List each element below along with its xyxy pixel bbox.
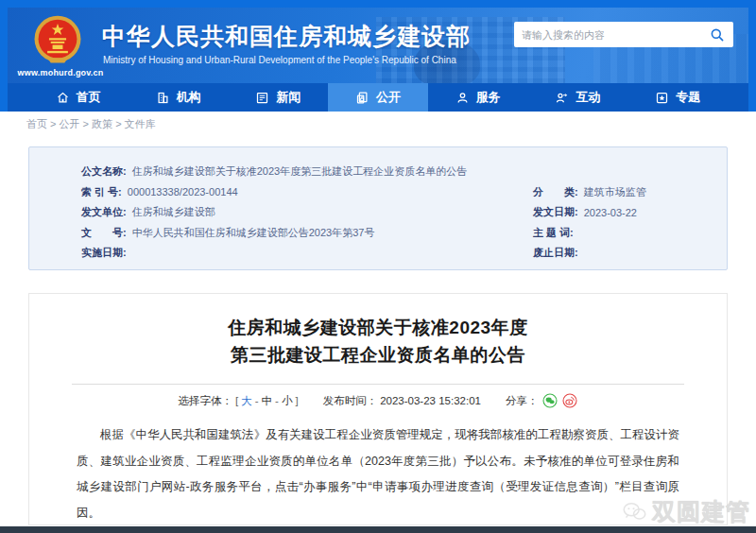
nav-tab-topics[interactable]: 专题 bbox=[627, 83, 728, 112]
nav-tab-organization[interactable]: 机构 bbox=[129, 83, 229, 112]
meta-row: 文 号: 中华人民共和国住房和城乡建设部公告2023年第37号 主 题 词: bbox=[81, 223, 727, 244]
nav-tab-label: 服务 bbox=[476, 89, 501, 106]
header-banner: www.mohurd.gov.cn 中华人民共和国住房和城乡建设部 Minist… bbox=[8, 8, 748, 83]
article-paragraph: 根据《中华人民共和国建筑法》及有关建设工程企业资质管理规定，现将我部核准的工程勘… bbox=[77, 422, 679, 526]
nav-tab-disclosure[interactable]: 公开 bbox=[328, 83, 428, 112]
header: www.mohurd.gov.cn 中华人民共和国住房和城乡建设部 Minist… bbox=[0, 0, 756, 112]
article-title: 住房和城乡建设部关于核准2023年度 第三批建设工程企业资质名单的公告 bbox=[29, 294, 727, 369]
doc-number-value: 中华人民共和国住房和城乡建设部公告2023年第37号 bbox=[132, 226, 375, 240]
article-title-line1: 住房和城乡建设部关于核准2023年度 bbox=[29, 314, 727, 341]
issue-date-label: 发文日期: bbox=[533, 205, 578, 219]
document-meta-panel: 公文名称: 住房和城乡建设部关于核准2023年度第三批建设工程企业资质名单的公告… bbox=[28, 146, 728, 270]
bottom-bar bbox=[0, 526, 756, 533]
interact-icon bbox=[555, 91, 569, 105]
meta-row: 实施日期: 废止日期: bbox=[81, 243, 727, 264]
doc-name-label: 公文名称: bbox=[81, 164, 127, 179]
issue-date-value: 2023-03-22 bbox=[584, 207, 637, 218]
issuing-unit-value: 住房和城乡建设部 bbox=[132, 205, 215, 219]
nav-tab-label: 专题 bbox=[676, 89, 700, 106]
repeal-date-label: 废止日期: bbox=[533, 246, 578, 260]
publish-time-label: 发布时间： bbox=[323, 394, 378, 408]
site-title: 中华人民共和国住房和城乡建设部 bbox=[102, 21, 471, 52]
bracket-left: [ bbox=[235, 395, 238, 406]
issuing-unit-label: 发文单位: bbox=[81, 205, 127, 219]
watermark-text: 双圆建管 bbox=[652, 496, 750, 527]
search-icon[interactable] bbox=[709, 26, 726, 43]
service-icon bbox=[455, 91, 470, 105]
bracket-right: ] bbox=[295, 395, 298, 406]
nav-tab-label: 机构 bbox=[177, 89, 201, 106]
article-card: 住房和城乡建设部关于核准2023年度 第三批建设工程企业资质名单的公告 选择字体… bbox=[28, 293, 728, 525]
title-divider bbox=[72, 384, 684, 385]
category-value: 建筑市场监管 bbox=[584, 185, 646, 199]
search-bar bbox=[514, 22, 733, 47]
font-size-large-button[interactable]: 大 bbox=[241, 394, 252, 408]
dash-separator: - bbox=[255, 395, 259, 406]
disclosure-icon bbox=[355, 91, 369, 105]
nav-tab-home[interactable]: 首页 bbox=[28, 83, 129, 112]
dash-separator: - bbox=[275, 395, 279, 406]
breadcrumb[interactable]: 首页 > 公开 > 政策 > 文件库 bbox=[26, 117, 156, 131]
font-size-selector: 选择字体： [ 大 - 中 - 小 ] bbox=[179, 394, 299, 408]
font-size-medium-button[interactable]: 中 bbox=[262, 394, 273, 408]
share-group: 分享： bbox=[506, 393, 578, 408]
watermark: 双圆建管 bbox=[620, 496, 750, 527]
publish-time: 发布时间： 2023-03-23 15:32:01 bbox=[323, 394, 481, 408]
nav-tab-label: 首页 bbox=[77, 89, 101, 106]
wechat-watermark-icon bbox=[620, 498, 648, 526]
category-label: 分 类: bbox=[533, 185, 578, 199]
article-title-line2: 第三批建设工程企业资质名单的公告 bbox=[29, 341, 727, 369]
nav-tab-label: 新闻 bbox=[276, 89, 301, 106]
national-emblem-icon bbox=[30, 13, 85, 68]
weibo-share-icon[interactable] bbox=[562, 393, 577, 408]
nav-tab-services[interactable]: 服务 bbox=[428, 83, 528, 112]
doc-name-value: 住房和城乡建设部关于核准2023年度第三批建设工程企业资质名单的公告 bbox=[132, 164, 467, 179]
nav-tab-label: 公开 bbox=[376, 89, 401, 106]
meta-row: 索 引 号: 000013338/2023-00144 分 类: 建筑市场监管 bbox=[81, 182, 727, 203]
subject-words-label: 主 题 词: bbox=[533, 226, 574, 240]
nav-tab-interaction[interactable]: 互动 bbox=[528, 83, 628, 112]
nav-tab-label: 互动 bbox=[576, 89, 600, 106]
search-input[interactable] bbox=[522, 29, 709, 41]
meta-row-doc-name: 公文名称: 住房和城乡建设部关于核准2023年度第三批建设工程企业资质名单的公告 bbox=[81, 162, 727, 182]
index-number-label: 索 引 号: bbox=[81, 185, 122, 199]
effective-date-label: 实施日期: bbox=[81, 246, 127, 260]
nav-tab-news[interactable]: 新闻 bbox=[228, 83, 328, 112]
news-icon bbox=[255, 91, 269, 105]
doc-number-label: 文 号: bbox=[81, 226, 127, 240]
share-label: 分享： bbox=[506, 394, 539, 408]
index-number-value: 000013338/2023-00144 bbox=[128, 186, 238, 198]
wechat-share-icon[interactable] bbox=[542, 393, 558, 408]
site-url: www.mohurd.gov.cn bbox=[15, 68, 106, 77]
font-selector-label: 选择字体： bbox=[179, 394, 233, 408]
home-icon bbox=[56, 91, 70, 105]
publish-time-value: 2023-03-23 15:32:01 bbox=[380, 395, 481, 406]
page: www.mohurd.gov.cn 中华人民共和国住房和城乡建设部 Minist… bbox=[0, 0, 756, 533]
org-icon bbox=[156, 91, 170, 105]
meta-row: 发文单位: 住房和城乡建设部 发文日期: 2023-03-22 bbox=[81, 202, 727, 223]
site-title-english: Ministry of Housing and Urban-Rural Deve… bbox=[103, 55, 456, 65]
font-size-small-button[interactable]: 小 bbox=[282, 394, 293, 408]
article-toolbar: 选择字体： [ 大 - 中 - 小 ] 发布时间： 2023-03-23 15:… bbox=[29, 393, 727, 408]
main-nav: 首页 机构 新闻 公开 bbox=[8, 83, 748, 112]
topic-icon bbox=[655, 91, 669, 105]
